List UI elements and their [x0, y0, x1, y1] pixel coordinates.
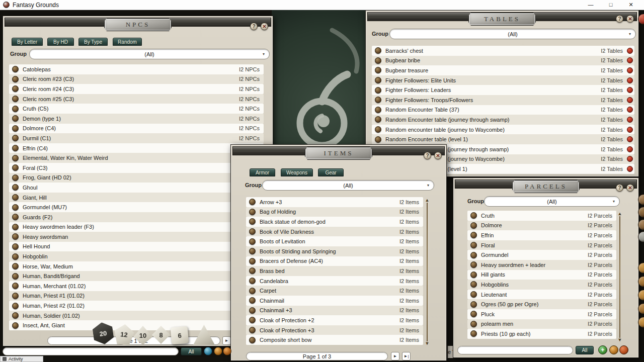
list-item[interactable]: Horse, War, MediumI2 NPCs [9, 261, 264, 272]
list-item[interactable]: CatoblepasI2 NPCs [9, 64, 264, 74]
list-item[interactable]: Cruth (C5)I2 NPCs [9, 104, 264, 114]
record-link-icon[interactable] [249, 218, 256, 225]
roll-table-icon[interactable] [627, 107, 633, 113]
help-icon[interactable]: ? [250, 23, 258, 30]
record-link-icon[interactable] [12, 106, 19, 112]
record-link-icon[interactable] [249, 258, 256, 264]
list-item[interactable]: Frog, Giant (HD 02)I2 NPCs [9, 173, 264, 183]
close-icon[interactable]: ✕ [626, 15, 634, 23]
parcels-tool-icon[interactable] [609, 345, 618, 354]
record-link-icon[interactable] [249, 228, 256, 235]
record-link-icon[interactable] [470, 261, 477, 268]
roll-table-icon[interactable] [627, 87, 633, 93]
record-link-icon[interactable] [12, 293, 19, 299]
list-item[interactable]: EffrinI2 Parcels [467, 230, 616, 240]
record-link-icon[interactable] [249, 267, 256, 274]
list-item[interactable]: Human, Priest #2 (01.02)I2 NPCs [9, 301, 264, 311]
tab-by-type[interactable]: By Type [78, 38, 108, 46]
list-item[interactable]: Boots of LevitationI2 Items [246, 236, 423, 246]
record-link-icon[interactable] [375, 47, 381, 54]
record-link-icon[interactable] [12, 214, 19, 220]
help-icon[interactable]: ? [424, 152, 431, 159]
record-link-icon[interactable] [12, 233, 19, 240]
record-link-icon[interactable] [249, 297, 256, 304]
parcels-tool2-icon[interactable] [619, 345, 628, 354]
list-item[interactable]: Ogres (50 gp per Ogre)I2 Parcels [467, 299, 616, 309]
roll-table-icon[interactable] [627, 67, 633, 73]
record-link-icon[interactable] [12, 66, 19, 72]
tab-gear[interactable]: Gear [318, 168, 344, 176]
list-item[interactable]: Foral (C3)I2 NPCs [9, 163, 264, 173]
record-link-icon[interactable] [12, 253, 19, 260]
list-item[interactable]: CruthI2 Parcels [467, 211, 616, 221]
record-link-icon[interactable] [375, 136, 381, 143]
dice-tower-icon[interactable] [214, 347, 222, 355]
roll-table-icon[interactable] [627, 48, 633, 54]
d6-die[interactable]: 6 [171, 326, 189, 345]
scroll-shaft[interactable] [619, 216, 620, 338]
close-window-button[interactable]: ✕ [621, 2, 641, 8]
record-link-icon[interactable] [12, 76, 19, 82]
pointer-icon[interactable] [204, 347, 212, 355]
next-page-button[interactable]: ► [391, 352, 399, 360]
roll-table-icon[interactable] [627, 136, 633, 142]
tab-armor[interactable]: Armor [250, 168, 275, 176]
list-item[interactable]: Random Encounter Table (37)I2 Tables [372, 105, 634, 115]
record-link-icon[interactable] [375, 67, 381, 73]
list-item[interactable]: Random encounter table (journey to Wayco… [372, 125, 634, 135]
tables-window-title[interactable]: TABLES [468, 13, 536, 26]
record-link-icon[interactable] [12, 263, 19, 269]
record-link-icon[interactable] [375, 107, 381, 113]
record-link-icon[interactable] [12, 273, 19, 280]
record-link-icon[interactable] [12, 184, 19, 191]
list-item[interactable]: Bugbear treasureI2 Tables [372, 65, 634, 75]
maximize-button[interactable]: □ [601, 2, 621, 8]
list-item[interactable]: Human, Bandit/BrigandI2 NPCs [9, 271, 264, 281]
list-item[interactable]: Cloak of Protection +2I2 Items [246, 315, 423, 325]
roll-table-icon[interactable] [627, 117, 633, 123]
roll-table-icon[interactable] [627, 57, 633, 63]
roll-table-icon[interactable] [627, 77, 633, 83]
record-link-icon[interactable] [12, 135, 19, 141]
tab-random[interactable]: Random [113, 38, 142, 46]
scroll-down-icon[interactable]: ▼ [618, 338, 622, 342]
record-link-icon[interactable] [12, 96, 19, 102]
tab-by-letter[interactable]: By Letter [12, 38, 43, 46]
help-icon[interactable]: ? [616, 15, 623, 23]
list-item[interactable]: Black statue of demon-godI2 Items [246, 217, 423, 227]
items-window-title[interactable]: ITEMS [305, 147, 372, 160]
record-link-icon[interactable] [470, 301, 477, 308]
roll-table-icon[interactable] [627, 166, 633, 172]
record-link-icon[interactable] [12, 145, 19, 151]
list-item[interactable]: GormundelI2 Parcels [467, 250, 616, 260]
help-icon[interactable]: ? [616, 184, 623, 192]
next-page-button[interactable]: ► [222, 336, 231, 345]
list-item[interactable]: Hill giantsI2 Parcels [467, 270, 616, 280]
list-item[interactable]: Composite short bowI2 Items [246, 335, 423, 345]
record-link-icon[interactable] [470, 330, 477, 337]
scrollbar[interactable]: ▲ ▼ [424, 198, 430, 346]
record-link-icon[interactable] [249, 317, 256, 323]
tab-weapons[interactable]: Weapons [281, 168, 313, 176]
record-link-icon[interactable] [375, 97, 381, 103]
parcels-all-button[interactable]: All [576, 346, 594, 354]
chat-entry-input[interactable] [3, 347, 179, 355]
list-item[interactable]: polearm menI2 Parcels [467, 319, 616, 329]
tab-by-hd[interactable]: By HD [47, 38, 74, 46]
record-link-icon[interactable] [12, 155, 19, 161]
record-link-icon[interactable] [375, 116, 381, 123]
list-item[interactable]: Effrin (C4)I2 NPCs [9, 143, 264, 153]
record-link-icon[interactable] [12, 85, 19, 92]
list-item[interactable]: Bugbear bribeI2 Tables [372, 56, 634, 66]
parcels-window-title[interactable]: PARCELS [512, 180, 580, 193]
list-item[interactable]: Demon (type 1)I2 NPCs [9, 114, 264, 124]
add-parcel-button[interactable]: + [598, 345, 607, 354]
record-link-icon[interactable] [249, 327, 256, 333]
list-item[interactable]: LieutenantI2 Parcels [467, 290, 616, 300]
list-item[interactable]: Cleric room #25 (C3)I2 NPCs [9, 94, 264, 104]
list-item[interactable]: Boots of Striding and SpringingI2 Items [246, 246, 423, 256]
list-item[interactable]: Cleric room #24 (C3)I2 NPCs [9, 84, 264, 94]
list-item[interactable]: Giant, HillI2 NPCs [9, 193, 264, 203]
record-link-icon[interactable] [470, 222, 477, 229]
roll-table-icon[interactable] [627, 97, 633, 103]
